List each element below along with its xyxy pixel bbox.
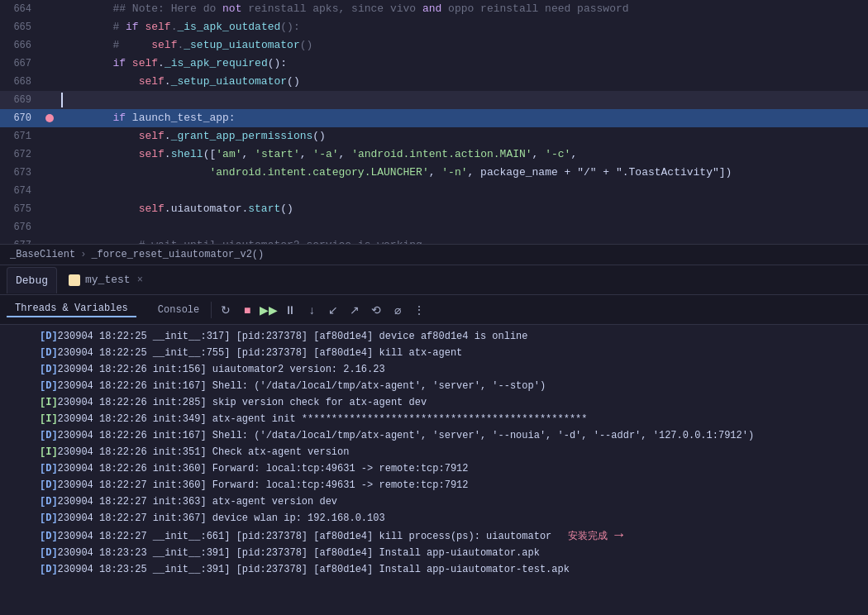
breakpoint-col[interactable] [41, 18, 58, 36]
debug-sub-toolbar: Threads & Variables Console ↻ ■ ▶▶ ⏸ ↓ ↙… [0, 295, 868, 325]
console-line: [D] 230904 18:22:27 __init__:661] [pid:2… [17, 527, 868, 545]
log-level: [D] [40, 494, 58, 509]
log-text: 230904 18:23:23 __init__:391] [pid:23737… [58, 546, 540, 560]
line-number: 670 [0, 109, 41, 127]
console-line: [D] 230904 18:22:26 init:156] uiautomato… [17, 361, 868, 378]
log-level: [D] [40, 529, 58, 544]
log-level: [I] [40, 412, 58, 427]
log-text: 230904 18:22:26 init:360] Forward: local… [58, 461, 469, 476]
console-line: [D] 230904 18:22:27 init:360] Forward: l… [17, 477, 868, 493]
tab-debug[interactable]: Debug [7, 267, 57, 293]
code-editor: 664 ## Note: Here do not reinstall apks,… [0, 0, 868, 244]
breakpoint-col[interactable] [41, 55, 58, 73]
tab-threads-variables[interactable]: Threads & Variables [7, 303, 136, 317]
tab-console[interactable]: Console [150, 304, 207, 316]
code-line-670: 670 if launch_test_app: [0, 109, 868, 127]
line-number: 673 [0, 164, 41, 182]
log-level: [D] [40, 346, 58, 360]
console-output: [D] 230904 18:22:25 __init__:317] [pid:2… [17, 325, 868, 615]
log-text: 230904 18:23:25 __init__:391] [pid:23737… [58, 562, 570, 577]
line-content: 'android.intent.category.LAUNCHER', '-n'… [58, 164, 868, 182]
line-number: 667 [0, 55, 41, 73]
line-content [58, 91, 868, 109]
breakpoint-col[interactable] [41, 109, 58, 127]
log-level: [D] [40, 562, 58, 577]
line-content: if self._is_apk_required(): [58, 55, 868, 73]
code-line-667: 667 if self._is_apk_required(): [0, 55, 868, 73]
debug-tabs-bar: Debug my_test × [0, 265, 868, 295]
log-text: 230904 18:22:26 init:285] skip version c… [58, 395, 427, 410]
code-line-668: 668 self._setup_uiautomator() [0, 73, 868, 91]
breakpoint-col[interactable] [41, 0, 58, 18]
debug-panel: Debug my_test × Threads & Variables Cons… [0, 265, 868, 615]
line-content: if launch_test_app: [58, 109, 868, 127]
code-line-672: 672 self.shell(['am', 'start', '-a', 'an… [0, 145, 868, 164]
line-number: 676 [0, 218, 41, 236]
code-line-665: 665 # if self._is_apk_outdated(): [0, 18, 868, 36]
breakpoint-col[interactable] [41, 218, 58, 236]
line-number: 664 [0, 0, 41, 18]
breakpoint-col[interactable] [41, 164, 58, 182]
cursor [61, 93, 63, 107]
code-line-669: 669 [0, 91, 868, 109]
log-text: 230904 18:22:26 init:349] atx-agent init… [58, 412, 588, 427]
tab-mytest-icon [69, 274, 80, 286]
code-line-664: 664 ## Note: Here do not reinstall apks,… [0, 0, 868, 18]
log-text: 230904 18:22:26 init:351] Check atx-agen… [58, 445, 350, 460]
log-level: [I] [40, 445, 58, 460]
console-line: [D] 230904 18:22:26 init:360] Forward: l… [17, 460, 868, 477]
breadcrumb: _BaseClient › _force_reset_uiautomator_v… [0, 244, 868, 265]
btn-stop[interactable]: ■ [236, 299, 258, 321]
log-text: 230904 18:22:26 init:167] Shell: ('/data… [58, 379, 546, 393]
code-line-674: 674 [0, 182, 868, 200]
log-text: 230904 18:22:27 init:363] atx-agent vers… [58, 494, 337, 509]
breakpoint-col[interactable] [41, 182, 58, 200]
breakpoint-col[interactable] [41, 91, 58, 109]
breadcrumb-class: _BaseClient [10, 249, 75, 260]
line-content: self._setup_uiautomator() [58, 73, 868, 91]
log-text: 230904 18:22:25 __init__:317] [pid:23737… [58, 329, 528, 344]
line-content: # self._setup_uiautomator() [58, 36, 868, 55]
btn-step-out[interactable]: ↗ [344, 299, 365, 321]
log-text: 230904 18:22:27 init:367] device wlan ip… [58, 511, 385, 526]
breakpoint-col[interactable] [41, 200, 58, 218]
breakpoint-col[interactable] [41, 73, 58, 91]
console-line: [D] 230904 18:22:25 __init__:755] [pid:2… [17, 345, 868, 361]
line-number: 671 [0, 127, 41, 145]
toolbar-separator-1 [211, 302, 212, 318]
btn-mute-breakpoints[interactable]: ⌀ [387, 299, 408, 321]
log-level: [D] [40, 428, 58, 443]
breakpoint-col[interactable] [41, 145, 58, 164]
console-line: [D] 230904 18:22:26 init:167] Shell: ('/… [17, 427, 868, 444]
breadcrumb-method: _force_reset_uiautomator_v2() [91, 249, 264, 260]
btn-step-into[interactable]: ↙ [322, 299, 344, 321]
line-number: 674 [0, 182, 41, 200]
console-line: [D] 230904 18:23:25 __init__:391] [pid:2… [17, 561, 868, 578]
line-content: # wait until uiautomator2 service is wor… [58, 236, 868, 244]
line-content: self.uiautomator.start() [58, 200, 868, 218]
log-level: [D] [40, 511, 58, 526]
breakpoint-col[interactable] [41, 236, 58, 244]
tab-mytest-close[interactable]: × [136, 274, 145, 286]
btn-run-to-cursor[interactable]: ⟲ [365, 299, 387, 321]
line-number: 665 [0, 18, 41, 36]
console-line: [I] 230904 18:22:26 init:349] atx-agent … [17, 411, 868, 427]
btn-resume[interactable]: ▶▶ [258, 299, 279, 321]
log-text: 230904 18:22:27 init:360] Forward: local… [58, 478, 469, 493]
log-text: 230904 18:22:27 __init__:661] [pid:23737… [58, 529, 552, 544]
annotation-text: 安装完成 [568, 528, 608, 543]
btn-step-over[interactable]: ↓ [301, 299, 322, 321]
btn-more-options[interactable]: ⋮ [408, 299, 430, 321]
console-line: [D] 230904 18:23:23 __init__:391] [pid:2… [17, 545, 868, 561]
code-lines-container: 664 ## Note: Here do not reinstall apks,… [0, 0, 868, 244]
breakpoint-col[interactable] [41, 36, 58, 55]
log-text: 230904 18:22:26 init:156] uiautomator2 v… [58, 362, 385, 377]
log-level: [D] [40, 546, 58, 560]
breakpoint-col[interactable] [41, 127, 58, 145]
line-content: ## Note: Here do not reinstall apks, sin… [58, 0, 868, 18]
line-number: 677 [0, 236, 41, 244]
line-content [58, 218, 868, 236]
btn-rerun[interactable]: ↻ [215, 299, 236, 321]
btn-pause[interactable]: ⏸ [279, 299, 301, 321]
tab-mytest[interactable]: my_test × [60, 267, 153, 293]
